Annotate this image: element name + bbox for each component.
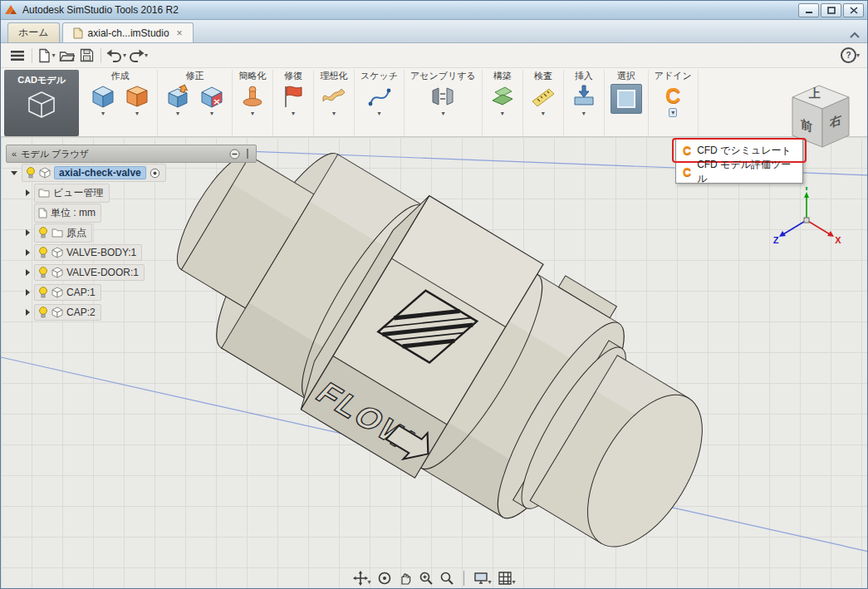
main-menu-button[interactable] bbox=[8, 46, 27, 66]
create-primitive-button[interactable]: ▾ bbox=[89, 84, 117, 117]
expander-icon[interactable] bbox=[26, 309, 30, 316]
display-style-button[interactable]: ▾ bbox=[471, 569, 493, 587]
lightbulb-icon[interactable] bbox=[26, 167, 36, 179]
tree-row-view-management[interactable]: ビュー管理 bbox=[26, 183, 257, 203]
orbit-button[interactable] bbox=[375, 569, 393, 587]
ground-target-icon[interactable] bbox=[150, 168, 160, 179]
tree-item-label[interactable]: VALVE-BODY:1 bbox=[66, 247, 136, 258]
collapse-panel-icon[interactable]: « bbox=[12, 149, 17, 159]
expander-open-icon[interactable] bbox=[11, 171, 17, 175]
chevron-down-icon[interactable]: ▾ bbox=[251, 110, 254, 117]
lightbulb-icon[interactable] bbox=[38, 247, 48, 258]
chevron-down-icon[interactable]: ▾ bbox=[512, 578, 516, 586]
3d-viewport[interactable]: FLOW « モデル ブラウザ bbox=[1, 137, 867, 589]
tree-row-cap-2[interactable]: CAP:2 bbox=[26, 302, 257, 322]
tree-row-units[interactable]: 単位 : mm bbox=[26, 203, 257, 223]
chevron-down-icon[interactable]: ▾ bbox=[332, 110, 336, 117]
cfd-addin-button[interactable]: C ▾ bbox=[659, 84, 687, 117]
assemble-button[interactable]: ▾ bbox=[429, 84, 457, 117]
chevron-down-icon[interactable]: ▾ bbox=[51, 52, 55, 59]
new-document-button[interactable]: ▾ bbox=[37, 46, 56, 66]
undo-button[interactable]: ▾ bbox=[106, 46, 126, 66]
repair-button[interactable]: ▾ bbox=[279, 84, 307, 117]
close-button[interactable] bbox=[843, 3, 864, 17]
close-tab-icon[interactable]: × bbox=[177, 28, 183, 38]
maximize-button[interactable] bbox=[821, 3, 841, 17]
lightbulb-icon[interactable] bbox=[38, 287, 48, 298]
zoom-button[interactable] bbox=[437, 569, 455, 587]
zoom-window-button[interactable] bbox=[416, 569, 434, 587]
browser-title: モデル ブラウザ bbox=[21, 148, 89, 160]
tree-item-label[interactable]: ビュー管理 bbox=[53, 186, 104, 200]
chevron-down-icon[interactable]: ▾ bbox=[210, 110, 213, 117]
cfd-icon: C bbox=[665, 84, 680, 107]
assemble-parts-icon bbox=[430, 84, 455, 109]
modify-presspull-button[interactable]: ▾ bbox=[164, 84, 192, 117]
expander-icon[interactable] bbox=[26, 269, 30, 276]
chevron-down-icon[interactable]: ▾ bbox=[367, 578, 370, 586]
tree-row-cap-1[interactable]: CAP:1 bbox=[26, 282, 257, 302]
expander-icon[interactable] bbox=[26, 249, 30, 256]
pan-hand-button[interactable] bbox=[395, 569, 414, 587]
panel-drag-handle[interactable] bbox=[244, 148, 251, 160]
measure-button[interactable]: ▾ bbox=[529, 84, 557, 117]
model-browser-header[interactable]: « モデル ブラウザ bbox=[6, 145, 257, 163]
chevron-down-icon[interactable]: ▾ bbox=[135, 110, 139, 117]
maximize-icon bbox=[827, 7, 836, 14]
chevron-down-icon[interactable]: ▾ bbox=[101, 110, 105, 117]
redo-button[interactable]: ▾ bbox=[128, 46, 148, 66]
collapse-circle-icon[interactable] bbox=[229, 149, 240, 160]
collapse-ribbon-button[interactable] bbox=[849, 32, 861, 38]
help-button[interactable]: ? ▾ bbox=[841, 46, 860, 66]
menu-item-cfd-evaluate[interactable]: C CFD モデル評価ツール bbox=[676, 161, 802, 183]
expander-icon[interactable] bbox=[26, 289, 30, 296]
pan-move-button[interactable]: ▾ bbox=[351, 569, 372, 587]
expander-icon[interactable] bbox=[26, 229, 30, 236]
group-label-idealize: 理想化 bbox=[321, 70, 348, 82]
toolbar-separator bbox=[32, 48, 32, 63]
select-button[interactable] bbox=[611, 84, 642, 114]
chevron-down-icon[interactable]: ▾ bbox=[378, 110, 381, 117]
tree-row-root[interactable]: axial-check-valve bbox=[11, 163, 257, 183]
tree-item-label[interactable]: CAP:1 bbox=[66, 287, 96, 298]
tree-root-label[interactable]: axial-check-valve bbox=[54, 166, 146, 179]
modify-delete-face-button[interactable]: ▾ bbox=[198, 84, 226, 117]
chevron-down-icon[interactable]: ▾ bbox=[145, 52, 148, 59]
chevron-down-icon[interactable]: ▾ bbox=[501, 110, 504, 117]
tree-row-origin[interactable]: 原点 bbox=[26, 223, 257, 243]
tree-item-label[interactable]: CAP:2 bbox=[66, 307, 96, 318]
chevron-down-icon[interactable]: ▾ bbox=[292, 110, 295, 117]
chevron-down-icon[interactable]: ▾ bbox=[123, 52, 126, 59]
idealize-button[interactable]: ▾ bbox=[320, 84, 348, 117]
chevron-down-icon[interactable]: ▾ bbox=[856, 52, 860, 59]
save-button[interactable] bbox=[77, 46, 96, 66]
create-extrude-button[interactable]: ▾ bbox=[123, 84, 151, 117]
expander-icon[interactable] bbox=[26, 189, 30, 196]
sketch-button[interactable]: ▾ bbox=[365, 84, 394, 117]
ribbon-group-construct: 構築 ▾ bbox=[483, 70, 523, 136]
title-bar[interactable]: Autodesk SimStudio Tools 2016 R2 bbox=[1, 1, 867, 20]
simplify-button[interactable]: ▾ bbox=[238, 84, 267, 117]
tab-document-active[interactable]: axial-ch...imStudio × bbox=[62, 22, 194, 42]
grid-settings-button[interactable]: ▾ bbox=[496, 569, 517, 587]
chevron-down-icon[interactable]: ▾ bbox=[488, 578, 491, 586]
lightbulb-icon[interactable] bbox=[38, 307, 48, 318]
lightbulb-icon[interactable] bbox=[38, 267, 48, 278]
tree-item-label[interactable]: VALVE-DOOR:1 bbox=[66, 267, 139, 278]
insert-button[interactable]: ▾ bbox=[570, 84, 598, 117]
tab-cad-model[interactable]: CADモデル bbox=[4, 70, 79, 136]
lightbulb-icon[interactable] bbox=[38, 227, 48, 238]
tree-row-valve-body[interactable]: VALVE-BODY:1 bbox=[26, 243, 257, 263]
minimize-button[interactable] bbox=[798, 3, 819, 17]
tab-home[interactable]: ホーム bbox=[7, 22, 60, 42]
construct-button[interactable]: ▾ bbox=[488, 84, 517, 117]
chevron-down-icon[interactable]: ▾ bbox=[176, 110, 179, 117]
tree-item-label[interactable]: 原点 bbox=[66, 226, 86, 240]
chevron-down-icon[interactable]: ▾ bbox=[542, 110, 545, 117]
chevron-down-icon[interactable]: ▾ bbox=[582, 110, 586, 117]
tree-item-label[interactable]: 単位 : mm bbox=[51, 206, 96, 220]
tree-row-valve-door[interactable]: VALVE-DOOR:1 bbox=[26, 263, 257, 282]
chevron-down-icon[interactable]: ▾ bbox=[669, 108, 677, 117]
chevron-down-icon[interactable]: ▾ bbox=[441, 110, 444, 117]
open-button[interactable] bbox=[57, 46, 76, 66]
